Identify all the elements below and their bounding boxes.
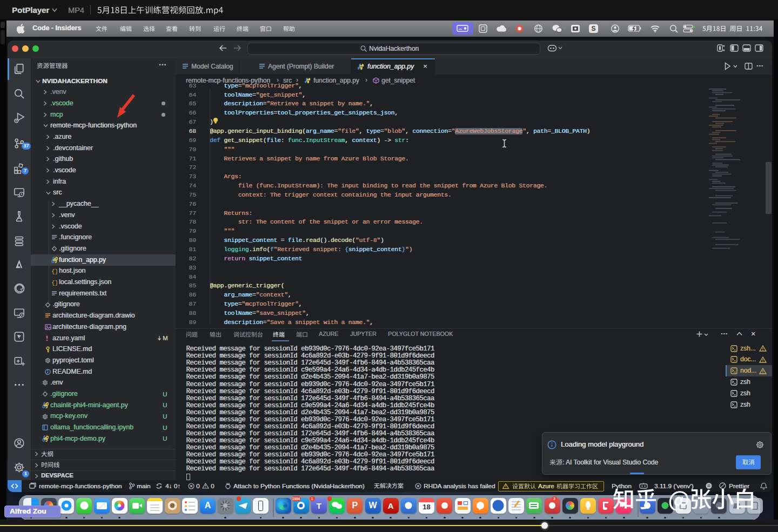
svg-text:{}: {} (51, 268, 57, 274)
svg-text:{}: {} (51, 280, 57, 286)
